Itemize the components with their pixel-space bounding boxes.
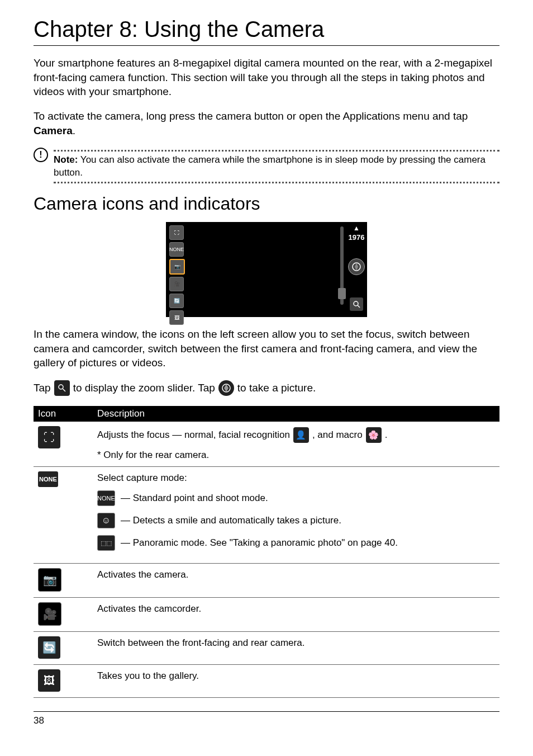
- note-text: You can also activate the camera while t…: [54, 154, 486, 178]
- note-top-divider: [54, 150, 499, 152]
- tap-text-3: to take a picture.: [237, 382, 316, 394]
- note-bottom-divider: [54, 182, 499, 183]
- zoom-indicator-icon: ▲: [353, 224, 360, 232]
- camera-preview: ⛶ NONE 📷 🎥 🔄 🖼 ▲ 1976: [166, 222, 367, 317]
- camera-row-text: Activates the camera.: [93, 564, 499, 598]
- capture-none-row-icon: NONE: [38, 471, 58, 487]
- mode-smile-icon: ☺: [97, 513, 115, 528]
- gallery-row-text: Takes you to the gallery.: [93, 665, 499, 698]
- capture-mode-none-icon[interactable]: NONE: [169, 242, 184, 257]
- svg-point-1: [354, 301, 358, 306]
- shutter-icon: [351, 262, 361, 272]
- focus-desc-2: , and macro: [312, 429, 363, 441]
- mode-panorama-text: — Panoramic mode. See "Taking a panorami…: [121, 537, 398, 549]
- svg-line-4: [63, 389, 65, 391]
- switch-camera-icon[interactable]: 🔄: [169, 294, 184, 308]
- switch-camera-row-icon: 🔄: [38, 636, 60, 659]
- table-row: 🎥 Activates the camcorder.: [34, 598, 499, 632]
- warning-icon: !: [34, 148, 48, 162]
- icon-description-table: Icon Description ⛶ Adjusts the focus — n…: [34, 406, 499, 698]
- zoom-button[interactable]: [350, 297, 363, 311]
- note-label: Note:: [54, 154, 78, 165]
- table-header-icon: Icon: [34, 406, 93, 422]
- zoom-slider[interactable]: [340, 226, 344, 305]
- camera-left-column: ⛶ NONE 📷 🎥 🔄 🖼: [169, 225, 185, 327]
- macro-icon: 🌸: [366, 427, 382, 443]
- switch-camera-row-text: Switch between the front-facing and rear…: [93, 632, 499, 665]
- mode-panorama-icon: ⬚⬚: [97, 535, 115, 551]
- tap-text-2: to display the zoom slider. Tap: [73, 382, 215, 394]
- zoom-magnifier-icon: [54, 380, 70, 396]
- camcorder-row-text: Activates the camcorder.: [93, 598, 499, 632]
- photos-remaining: 1976: [349, 233, 365, 242]
- tap-text-1: Tap: [34, 382, 51, 394]
- shutter-button[interactable]: [348, 258, 365, 275]
- chapter-title: Chapter 8: Using the Camera: [34, 17, 499, 46]
- focus-row-icon: ⛶: [38, 426, 60, 448]
- camcorder-row-icon: 🎥: [38, 602, 61, 626]
- table-row: 🖼 Takes you to the gallery.: [34, 665, 499, 698]
- table-row: ⛶ Adjusts the focus — normal, facial rec…: [34, 422, 499, 467]
- after-preview-paragraph: In the camera window, the icons on the l…: [34, 327, 499, 370]
- note-block: ! Note: You can also activate the camera…: [34, 148, 499, 186]
- intro-p2-pre: To activate the camera, long press the c…: [34, 110, 468, 122]
- svg-line-2: [358, 305, 360, 308]
- table-row: NONE Select capture mode: NONE — Standar…: [34, 467, 499, 564]
- intro-paragraph-1: Your smartphone features an 8-megapixel …: [34, 56, 499, 99]
- svg-point-3: [59, 385, 63, 389]
- focus-desc-1: Adjusts the focus — normal, facial recog…: [97, 429, 290, 441]
- mode-none-text: — Standard point and shoot mode.: [121, 493, 268, 504]
- camcorder-mode-icon[interactable]: 🎥: [169, 277, 184, 291]
- table-header-description: Description: [93, 406, 499, 422]
- magnifier-icon: [353, 300, 360, 308]
- page-number: 38: [34, 711, 499, 726]
- focus-desc-3: .: [385, 429, 388, 441]
- gallery-row-icon: 🖼: [38, 669, 60, 692]
- focus-mode-icon[interactable]: ⛶: [169, 225, 184, 240]
- shutter-inline-icon: [218, 380, 234, 396]
- intro-p2-bold: Camera: [34, 125, 73, 136]
- section-title: Camera icons and indicators: [34, 193, 499, 214]
- capture-heading: Select capture mode:: [97, 472, 495, 484]
- camera-mode-icon[interactable]: 📷: [169, 259, 185, 275]
- mode-smile-text: — Detects a smile and automatically take…: [121, 515, 341, 526]
- intro-paragraph-2: To activate the camera, long press the c…: [34, 109, 499, 138]
- focus-only-rear: * Only for the rear camera.: [97, 450, 495, 461]
- intro-p2-post: .: [73, 125, 75, 136]
- table-row: 🔄 Switch between the front-facing and re…: [34, 632, 499, 665]
- camera-row-icon: 📷: [38, 568, 61, 592]
- gallery-icon[interactable]: 🖼: [169, 310, 184, 325]
- tap-instruction-line: Tap to display the zoom slider. Tap to t…: [34, 380, 499, 396]
- table-row: 📷 Activates the camera.: [34, 564, 499, 598]
- mode-none-icon: NONE: [97, 490, 115, 506]
- facial-recognition-icon: 👤: [293, 427, 309, 443]
